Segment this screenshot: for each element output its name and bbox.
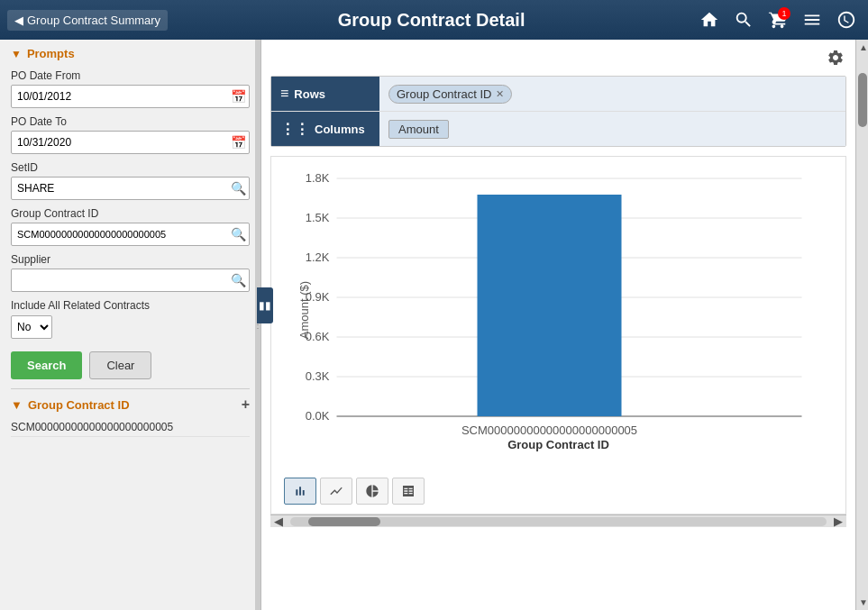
svg-text:0.0K: 0.0K — [306, 409, 330, 423]
gc-results-header: ▼ Group Contract ID + — [11, 396, 250, 413]
svg-text:0.3K: 0.3K — [306, 369, 330, 383]
setid-field: 🔍 — [11, 177, 250, 200]
svg-text:Amount ($): Amount ($) — [297, 281, 311, 339]
po-date-to-field: 📅 — [11, 131, 250, 154]
supplier-field: 🔍 — [11, 269, 250, 292]
sidebar: ▼ Prompts PO Date From 📅 PO Date To 📅 Se… — [0, 40, 261, 610]
svg-text:1.5K: 1.5K — [306, 211, 330, 224]
sidebar-collapse-button[interactable]: ▮▮ — [257, 287, 273, 323]
content-area: ≡ Rows Group Contract ID ✕ ⋮⋮ Columns — [261, 40, 855, 610]
clear-button[interactable]: Clear — [89, 351, 151, 379]
rows-chip-group-contract-id[interactable]: Group Contract ID ✕ — [388, 85, 512, 104]
svg-text:SCM00000000000000000000005: SCM00000000000000000000005 — [461, 423, 637, 437]
gc-results-toggle-icon[interactable]: ▼ — [11, 398, 23, 412]
table-chart-button[interactable] — [392, 478, 425, 505]
po-date-from-label: PO Date From — [11, 69, 250, 82]
menu-button[interactable] — [798, 5, 827, 34]
v-scroll-track[interactable] — [856, 55, 868, 595]
chart-container: 1.8K 1.5K 1.2K 0.9K 0.6K 0.3K 0.0K Amoun… — [270, 156, 846, 514]
page-title: Group Contract Detail — [168, 10, 695, 31]
pivot-rows-label: ≡ Rows — [271, 77, 379, 111]
h-scroll-thumb[interactable] — [308, 517, 380, 526]
compass-button[interactable] — [832, 5, 861, 34]
pivot-columns-chips: Amount — [379, 116, 458, 142]
svg-text:Group Contract ID: Group Contract ID — [507, 438, 609, 451]
po-date-to-input[interactable] — [11, 131, 250, 154]
prompts-section-header: ▼ Prompts — [11, 47, 250, 60]
group-contract-id-input[interactable] — [11, 223, 250, 246]
gc-add-icon[interactable]: + — [242, 396, 250, 413]
cart-badge: 1 — [778, 7, 790, 20]
cart-button[interactable]: 1 — [763, 5, 792, 34]
columns-icon: ⋮⋮ — [280, 121, 309, 138]
po-date-to-label: PO Date To — [11, 115, 250, 128]
setid-input[interactable] — [11, 177, 250, 200]
columns-chip-label: Amount — [398, 123, 439, 136]
include-all-label: Include All Related Contracts — [11, 299, 250, 312]
gc-results-label: Group Contract ID — [28, 398, 130, 412]
bar-scm — [478, 195, 622, 416]
search-button[interactable]: Search — [11, 351, 82, 379]
pivot-table: ≡ Rows Group Contract ID ✕ ⋮⋮ Columns — [270, 76, 846, 147]
h-scroll-track[interactable] — [290, 517, 827, 526]
rows-label-text: Rows — [294, 87, 325, 101]
po-date-from-input[interactable] — [11, 85, 250, 108]
back-label: Group Contract Summary — [27, 14, 160, 27]
svg-text:1.8K: 1.8K — [306, 171, 330, 185]
pivot-columns-row: ⋮⋮ Columns Amount — [271, 112, 845, 146]
calendar-from-icon[interactable]: 📅 — [231, 89, 246, 104]
supplier-search-icon[interactable]: 🔍 — [231, 273, 246, 287]
vertical-scrollbar[interactable]: ▲ ▼ — [855, 40, 868, 610]
home-button[interactable] — [695, 5, 724, 34]
action-buttons: Search Clear — [11, 351, 250, 379]
setid-label: SetID — [11, 161, 250, 174]
columns-label-text: Columns — [315, 123, 365, 136]
gc-search-icon[interactable]: 🔍 — [231, 227, 246, 241]
search-button[interactable] — [729, 5, 758, 34]
pivot-rows-chips: Group Contract ID ✕ — [379, 81, 521, 107]
supplier-input[interactable] — [11, 269, 250, 292]
include-all-select[interactable]: No Yes — [11, 315, 52, 339]
scroll-up-arrow[interactable]: ▲ — [856, 40, 868, 55]
chart-svg-wrapper: 1.8K 1.5K 1.2K 0.9K 0.6K 0.3K 0.0K Amoun… — [280, 166, 836, 472]
rows-icon: ≡ — [280, 86, 288, 102]
prompts-label: Prompts — [27, 47, 75, 60]
settings-gear-icon[interactable] — [827, 49, 845, 70]
scroll-left-arrow[interactable]: ◀ — [270, 514, 287, 528]
gc-result-item[interactable]: SCM00000000000000000000005 — [11, 418, 250, 437]
pivot-rows-row: ≡ Rows Group Contract ID ✕ — [271, 77, 845, 112]
bar-chart-button[interactable] — [284, 478, 316, 505]
po-date-from-field: 📅 — [11, 85, 250, 108]
chart-icon-buttons — [280, 472, 836, 505]
pivot-columns-label: ⋮⋮ Columns — [271, 112, 379, 146]
back-icon: ◀ — [14, 14, 23, 27]
back-button[interactable]: ◀ Group Contract Summary — [7, 10, 168, 31]
columns-chip-amount[interactable]: Amount — [388, 120, 449, 139]
setid-search-icon[interactable]: 🔍 — [231, 181, 246, 196]
rows-chip-label: Group Contract ID — [397, 87, 492, 101]
prompts-toggle-icon[interactable]: ▼ — [11, 48, 22, 60]
svg-text:1.2K: 1.2K — [306, 250, 330, 264]
bar-chart-svg: 1.8K 1.5K 1.2K 0.9K 0.6K 0.3K 0.0K Amoun… — [280, 166, 836, 454]
scroll-right-arrow[interactable]: ▶ — [830, 514, 846, 528]
header: ◀ Group Contract Summary Group Contract … — [0, 0, 868, 40]
v-scroll-thumb[interactable] — [858, 73, 867, 127]
rows-chip-close-icon[interactable]: ✕ — [496, 88, 504, 100]
sidebar-scroll: ▼ Prompts PO Date From 📅 PO Date To 📅 Se… — [0, 40, 260, 610]
group-contract-id-field: 🔍 — [11, 223, 250, 246]
supplier-label: Supplier — [11, 253, 250, 266]
calendar-to-icon[interactable]: 📅 — [231, 135, 246, 150]
gc-results-section: ▼ Group Contract ID + SCM000000000000000… — [11, 388, 250, 437]
scroll-down-arrow[interactable]: ▼ — [856, 595, 868, 610]
main-layout: ▼ Prompts PO Date From 📅 PO Date To 📅 Se… — [0, 40, 868, 610]
header-icons: 1 — [695, 5, 861, 34]
sidebar-resizer[interactable]: ⋮ — [255, 40, 260, 610]
include-all-row: No Yes — [11, 315, 250, 339]
group-contract-id-label: Group Contract ID — [11, 207, 250, 220]
line-chart-button[interactable] — [320, 478, 352, 505]
horizontal-scrollbar[interactable]: ◀ ▶ — [270, 514, 846, 527]
pie-chart-button[interactable] — [356, 478, 388, 505]
